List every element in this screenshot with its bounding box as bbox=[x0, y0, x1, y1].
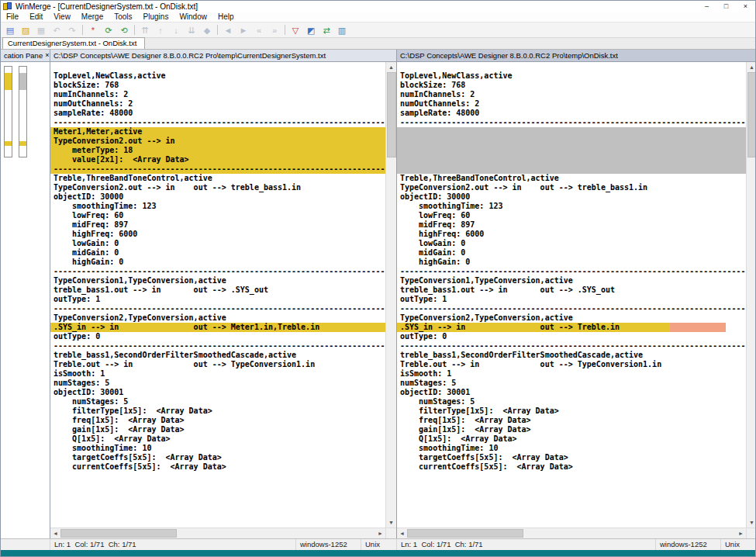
right-horizontal-scrollbar[interactable]: ◄ ► bbox=[397, 528, 746, 538]
horizontal-scroll-thumb[interactable] bbox=[60, 529, 177, 538]
copy-left-button[interactable]: ◄ bbox=[220, 23, 236, 37]
menu-plugins[interactable]: Plugins bbox=[138, 12, 174, 22]
menu-file[interactable]: File bbox=[1, 12, 24, 22]
code-line: TypeConversion2,TypeConversion,active bbox=[50, 313, 385, 323]
menu-merge[interactable]: Merge bbox=[76, 12, 109, 22]
code-line: TypeConversion2.out --> in out --> trebl… bbox=[397, 183, 746, 192]
location-pane-close-icon[interactable]: × bbox=[43, 50, 49, 61]
maximize-button[interactable]: □ bbox=[716, 2, 736, 12]
code-line: TopLevel,NewClass,active bbox=[397, 71, 746, 81]
tab-compare-files[interactable]: CurrentDesignerSystem.txt - OnDisk.txt bbox=[2, 37, 145, 49]
menu-view[interactable]: View bbox=[48, 12, 76, 22]
close-button[interactable]: × bbox=[736, 2, 755, 12]
vertical-scroll-thumb[interactable] bbox=[747, 72, 755, 157]
code-line: targetCoeffs[5x5]: <Array Data> bbox=[50, 453, 385, 462]
swap-panes-button[interactable]: ⇄ bbox=[319, 23, 334, 37]
code-line: highFreq: 6000 bbox=[50, 230, 385, 239]
left-editor[interactable]: TopLevel,NewClass,activeblockSize: 768nu… bbox=[50, 62, 385, 528]
right-encoding: windows-1252 bbox=[656, 539, 721, 550]
file-filters-button[interactable]: ▽ bbox=[288, 23, 303, 37]
scroll-right-icon[interactable]: ► bbox=[375, 531, 385, 536]
left-encoding: windows-1252 bbox=[296, 539, 361, 550]
save-button[interactable]: ▦ bbox=[33, 23, 49, 37]
separator-line: ----------------------------------------… bbox=[50, 267, 385, 276]
redo-button[interactable]: ↷ bbox=[64, 23, 80, 37]
left-file-path-header[interactable]: C:\DSP Concepts\AWE Designer 8.B.0.0.RC2… bbox=[50, 50, 396, 62]
right-editor[interactable]: TopLevel,NewClass,activeblockSize: 768nu… bbox=[397, 62, 746, 528]
code-line: midFreq: 897 bbox=[397, 220, 746, 230]
scroll-up-icon[interactable]: ▲ bbox=[747, 62, 755, 72]
refresh-button[interactable]: ⟳ bbox=[101, 23, 116, 37]
plugins-button[interactable]: ◩ bbox=[303, 23, 319, 37]
code-line: numStages: 5 bbox=[50, 397, 385, 407]
left-file-map[interactable] bbox=[4, 66, 12, 157]
scroll-right-icon[interactable]: ► bbox=[736, 531, 746, 536]
window-title: WinMerge - [CurrentDesignerSystem.txt - … bbox=[16, 2, 697, 11]
right-file-map[interactable] bbox=[19, 66, 27, 157]
map-segment-plain bbox=[19, 90, 26, 141]
separator-line: ----------------------------------------… bbox=[50, 304, 385, 313]
menu-tools[interactable]: Tools bbox=[109, 12, 137, 22]
menu-edit[interactable]: Edit bbox=[24, 12, 48, 22]
undo-button[interactable]: ↶ bbox=[49, 23, 64, 37]
menu-help[interactable]: Help bbox=[212, 12, 240, 22]
copy-all-right-button[interactable]: » bbox=[267, 23, 282, 37]
toolbar-separator bbox=[82, 25, 83, 35]
code-line: Treble,ThreeBandToneControl,active bbox=[397, 174, 746, 183]
diff-gap-line bbox=[397, 155, 746, 164]
new-button[interactable]: ▤ bbox=[2, 23, 18, 37]
right-file-path-header[interactable]: C:\DSP Concepts\AWE Designer 8.B.0.0.RC2… bbox=[397, 50, 755, 62]
file-pane-right: C:\DSP Concepts\AWE Designer 8.B.0.0.RC2… bbox=[397, 50, 755, 538]
menu-window[interactable]: Window bbox=[174, 12, 212, 22]
status-bar: Ln: 1 Col: 1/71 Ch: 1/71 windows-1252 Un… bbox=[1, 538, 755, 550]
code-line: treble_bass1.out --> in out --> .SYS_out bbox=[50, 285, 385, 295]
right-cursor-position: Ln: 1 Col: 1/71 Ch: 1/71 bbox=[397, 539, 656, 550]
current-diff-button[interactable]: ◆ bbox=[199, 23, 215, 37]
code-line: meterType: 18 bbox=[50, 146, 385, 155]
first-diff-button[interactable]: ⇈ bbox=[137, 23, 153, 37]
code-line: outType: 0 bbox=[50, 332, 385, 341]
code-line: Treble,ThreeBandToneControl,active bbox=[50, 174, 385, 183]
left-vertical-scrollbar[interactable]: ▲ ▼ bbox=[385, 62, 396, 528]
last-diff-button[interactable]: ⇊ bbox=[184, 23, 199, 37]
map-segment-gap bbox=[19, 73, 26, 90]
generate-report-button[interactable]: ▥ bbox=[334, 23, 350, 37]
copy-all-left-button[interactable]: « bbox=[251, 23, 267, 37]
code-line: smoothingTime: 123 bbox=[50, 202, 385, 211]
scroll-left-icon[interactable]: ◄ bbox=[50, 531, 60, 536]
scroll-down-icon[interactable]: ▼ bbox=[386, 517, 396, 528]
next-diff-button[interactable]: ↓ bbox=[168, 23, 184, 37]
location-pane-title: cation Pane bbox=[4, 50, 43, 61]
scroll-down-icon[interactable]: ▼ bbox=[747, 517, 755, 528]
scroll-up-icon[interactable]: ▲ bbox=[386, 62, 396, 72]
scrollbar-corner bbox=[746, 528, 755, 538]
prev-diff-button[interactable]: ↑ bbox=[153, 23, 168, 37]
code-line: filterType[1x5]: <Array Data> bbox=[397, 407, 746, 416]
code-line: TypeConversion2.out --> in out --> trebl… bbox=[50, 183, 385, 192]
code-line: numStages: 5 bbox=[50, 379, 385, 388]
scrollbar-corner bbox=[385, 528, 396, 538]
open-button[interactable]: ▨ bbox=[18, 23, 33, 37]
code-line: .SYS_in --> in out --> Treble.in bbox=[397, 323, 746, 332]
code-line: TypeConversion1,TypeConversion,active bbox=[50, 276, 385, 285]
code-line: Meter1,Meter,active bbox=[50, 127, 385, 137]
code-line: Treble.out --> in out --> TypeConversion… bbox=[50, 360, 385, 369]
location-map[interactable] bbox=[1, 62, 50, 538]
options-button[interactable]: * bbox=[85, 23, 101, 37]
scroll-left-icon[interactable]: ◄ bbox=[397, 531, 407, 536]
code-line: TopLevel,NewClass,active bbox=[50, 71, 385, 81]
diff-gap-line bbox=[397, 146, 746, 155]
copy-right-button[interactable]: ► bbox=[236, 23, 251, 37]
code-line: lowFreq: 60 bbox=[50, 211, 385, 220]
left-horizontal-scrollbar[interactable]: ◄ ► bbox=[50, 528, 385, 538]
code-line: filterType[1x5]: <Array Data> bbox=[50, 407, 385, 416]
code-line: outType: 1 bbox=[50, 295, 385, 304]
code-line: objectID: 30001 bbox=[50, 388, 385, 397]
vertical-scroll-thumb[interactable] bbox=[387, 72, 396, 157]
horizontal-scroll-thumb[interactable] bbox=[407, 529, 523, 538]
map-segment-plain bbox=[19, 146, 26, 157]
right-vertical-scrollbar[interactable]: ▲ ▼ bbox=[746, 62, 755, 528]
rescan-button[interactable]: ⟲ bbox=[116, 23, 132, 37]
minimize-button[interactable]: – bbox=[697, 2, 716, 12]
separator-line: ----------------------------------------… bbox=[397, 304, 746, 313]
